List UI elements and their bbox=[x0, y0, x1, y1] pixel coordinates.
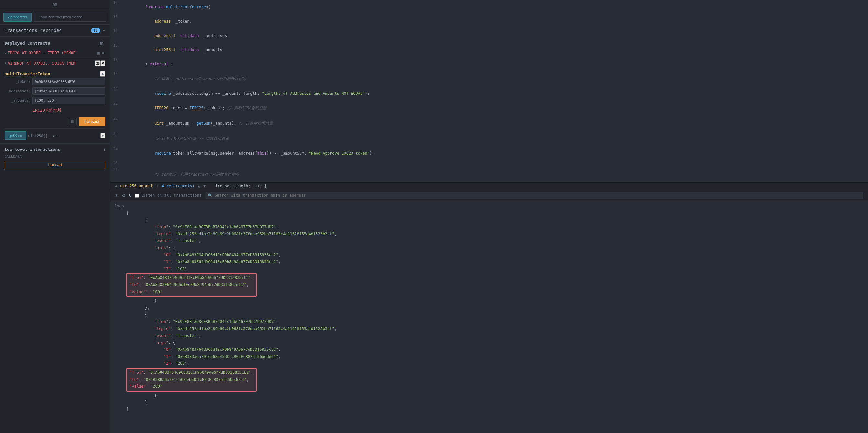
code-line-23: 23 // 检查：授权代币数量 >= 空投代币总量 bbox=[110, 131, 868, 146]
erc20-close-button[interactable]: ✕ bbox=[101, 50, 105, 56]
line-code: require(token.allowance(msg.sender, addr… bbox=[122, 147, 374, 160]
annotation-label: ERC20合约地址 bbox=[32, 106, 105, 115]
deployed-contracts-label: Deployed Contracts bbox=[4, 41, 50, 45]
code-line-16: 16 address[] calldata _addresses, bbox=[110, 29, 868, 43]
logs-area: logs [ { "from": "0x9bF88fAe8CF8BaB76041… bbox=[110, 201, 868, 433]
getsum-button[interactable]: getSum bbox=[4, 131, 26, 140]
collapse-tx-button[interactable]: ▼ bbox=[115, 193, 119, 198]
getsum-row: getSum uint256[] _arr ▼ bbox=[4, 128, 105, 140]
transact-copy-button[interactable]: ▦ bbox=[68, 118, 77, 125]
listen-checkbox-input[interactable] bbox=[135, 193, 139, 198]
transact-row: ▦ transact bbox=[4, 117, 105, 126]
open-bracket: [ bbox=[126, 211, 128, 215]
search-input[interactable] bbox=[215, 193, 861, 198]
b2-args-key: "args" bbox=[126, 340, 168, 345]
red-arrow-svg bbox=[0, 97, 4, 117]
line-code: uint _amountSum = getSum(_amounts); // 计… bbox=[122, 116, 273, 131]
line-code: uint256[] calldata _amounts bbox=[122, 43, 222, 57]
b1-event-key: "event" bbox=[126, 239, 170, 243]
erc20-copy-button[interactable]: ▦ bbox=[96, 50, 101, 56]
b1-topic-key: "topic" bbox=[126, 232, 170, 236]
line-number: 26 bbox=[110, 167, 122, 172]
b1-arg1-key: "1" bbox=[126, 259, 170, 264]
line-number: 21 bbox=[110, 101, 122, 105]
block2-open: { bbox=[126, 312, 147, 317]
function-header: multiTransferToken ▲ bbox=[4, 68, 105, 78]
b1-arg0-val: "0xAb8483F64d9C6d1EcF9b849Ae677dD3315835… bbox=[176, 253, 278, 257]
b2h-to-val: "0x5B38Da6a701c568545dCfcB03FcB875f56bed… bbox=[143, 377, 246, 382]
listen-checkbox-label[interactable]: listen on all transactions bbox=[135, 193, 202, 198]
refresh-button[interactable]: ♻ bbox=[122, 193, 126, 198]
code-line-24: 24 require(token.allowance(msg.sender, a… bbox=[110, 146, 868, 160]
line-code: address _token, bbox=[122, 14, 192, 28]
info-icon: ℹ bbox=[103, 147, 105, 152]
code-line-17: 17 uint256[] calldata _amounts bbox=[110, 43, 868, 57]
code-editor: 14 function multiTransferToken( 15 addre… bbox=[110, 0, 868, 182]
or-divider: OR bbox=[0, 0, 110, 10]
function-collapse-button[interactable]: ▲ bbox=[100, 71, 105, 77]
line-number: 24 bbox=[110, 147, 122, 151]
load-contract-button[interactable]: Load contract from Addre bbox=[34, 12, 106, 22]
transactions-row[interactable]: Transactions recorded 15 ► bbox=[0, 25, 110, 37]
reference-bar: ◀ uint256 amount ➜ 4 reference(s) ▲ ▼ lr… bbox=[110, 182, 868, 190]
ref-up-icon[interactable]: ▲ bbox=[198, 184, 200, 188]
b2-arg1-key: "1" bbox=[126, 354, 170, 359]
code-line-18: 18 ) external { bbox=[110, 57, 868, 71]
b2-from-key: "from" bbox=[126, 319, 168, 324]
line-number: 23 bbox=[110, 131, 122, 136]
airdrop-contract-name: AIRDROP AT 0XA83...5B10A (MEM bbox=[8, 61, 95, 66]
line-number: 15 bbox=[110, 14, 122, 19]
at-address-button[interactable]: At Address bbox=[3, 12, 32, 22]
airdrop-close-button[interactable]: ✕ bbox=[100, 60, 105, 66]
token-param-input[interactable] bbox=[32, 78, 105, 86]
code-line-19: 19 // 检查：_addresses和_amounts数组的长度相等 bbox=[110, 71, 868, 86]
b1-arg1-val: "0xAb8483F64d9C6d1EcF9b849Ae677dD3315835… bbox=[176, 259, 278, 264]
ref-code-snippet: lresses.length; i++) { bbox=[215, 184, 267, 188]
ref-down-icon[interactable]: ▼ bbox=[203, 184, 206, 188]
line-number: 20 bbox=[110, 87, 122, 91]
block1-open: { bbox=[126, 218, 147, 222]
b1-arg2-key: "2" bbox=[126, 267, 170, 271]
logs-content: [ { "from": "0x9bF88fAe8CF8BaB76041c1db6… bbox=[110, 210, 868, 418]
b1-from-val: "0x9bF88fAe8CF8BaB76041c1db6467E7b37b977… bbox=[173, 225, 276, 229]
chevron-right-icon: ► bbox=[103, 28, 105, 33]
line-number: 17 bbox=[110, 43, 122, 48]
b1h-value-key: "value" bbox=[129, 290, 146, 294]
code-line-20: 20 require(_addresses.length == _amounts… bbox=[110, 86, 868, 101]
calldata-label: CALLDATA bbox=[4, 154, 105, 159]
or-label: OR bbox=[53, 3, 57, 7]
amounts-param-label: _amounts: bbox=[4, 98, 30, 102]
b2h-value-val: "200" bbox=[151, 384, 162, 389]
delete-icon-button[interactable]: 🗑 bbox=[98, 40, 105, 46]
collapse-ref-icon[interactable]: ◀ bbox=[115, 184, 117, 188]
line-code: // for循环，利用transferFrom函数发送空投 bbox=[122, 167, 239, 182]
getsum-type-label: uint256[] _arr bbox=[28, 134, 98, 138]
airdrop-contract-section: ▼ AIRDROP AT 0XA83...5B10A (MEM ▦ ✕ mult… bbox=[0, 58, 110, 143]
amounts-param-row: _amounts: bbox=[4, 97, 105, 104]
line-number: 19 bbox=[110, 71, 122, 76]
addresses-param-input[interactable] bbox=[32, 87, 105, 95]
b2-arg1-val: "0x5B38Da6a701c568545dCfcB03FcB875f56bed… bbox=[176, 354, 278, 359]
amounts-param-input[interactable] bbox=[32, 97, 105, 104]
low-level-title: Low level interactions bbox=[4, 147, 103, 152]
b2-arg2-val: "200" bbox=[176, 361, 187, 366]
b2-arg0-key: "0" bbox=[126, 347, 170, 352]
reference-count[interactable]: 4 reference(s) bbox=[162, 184, 194, 188]
airdrop-copy-button[interactable]: ▦ bbox=[95, 60, 100, 66]
line-number: 16 bbox=[110, 29, 122, 33]
transact-outline-button[interactable]: Transact bbox=[4, 160, 105, 169]
logs-label: logs bbox=[110, 201, 868, 210]
ref-type-label: uint256 amount bbox=[120, 184, 153, 188]
transact-button[interactable]: transact bbox=[79, 117, 105, 126]
highlight-block-2: "from": "0xAb8483F64d9C6d1EcF9b849Ae677d… bbox=[126, 368, 257, 392]
function-name-label: multiTransferToken bbox=[4, 71, 100, 76]
tx-toolbar: ▼ ♻ 0 listen on all transactions 🔍 bbox=[110, 190, 868, 201]
token-param-row: _token: bbox=[4, 78, 105, 86]
close-bracket: ] bbox=[126, 407, 128, 412]
code-line-21: 21 IERC20 token = IERC20(_token); // 声明I… bbox=[110, 101, 868, 116]
getsum-expand-button[interactable]: ▼ bbox=[100, 133, 105, 138]
airdrop-contract-body: multiTransferToken ▲ _token: bbox=[0, 68, 110, 143]
search-box: 🔍 bbox=[205, 192, 864, 199]
airdrop-contract-header[interactable]: ▼ AIRDROP AT 0XA83...5B10A (MEM ▦ ✕ bbox=[0, 58, 110, 68]
b2-from-val: "0x9bF88fAe8CF8BaB76041c1db6467E7b37b977… bbox=[173, 319, 276, 324]
